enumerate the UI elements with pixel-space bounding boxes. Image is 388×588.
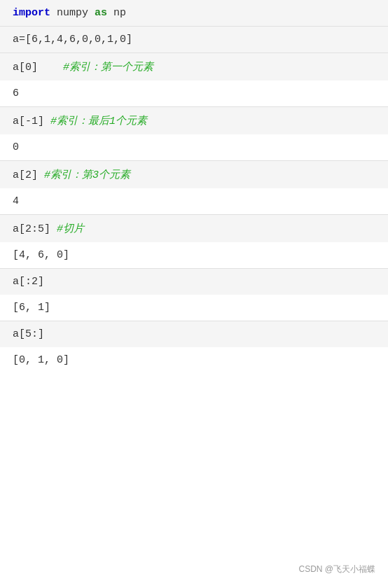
index2-comment: #索引：第3个元素 xyxy=(44,169,130,181)
slice-to2-array: a[:2] xyxy=(13,276,44,288)
slice-from5-output-block: [0, 1, 0] xyxy=(0,347,388,373)
slice25-comment: #切片 xyxy=(57,223,84,235)
watermark: CSDN @飞天小福蝶 xyxy=(298,564,375,575)
np-text: np xyxy=(113,7,126,19)
numpy-text: numpy xyxy=(57,7,95,19)
slice25-code-block: a[2:5] #切片 xyxy=(0,215,388,242)
slice-from5-output: [0, 1, 0] xyxy=(13,354,69,366)
index0-array: a[0] xyxy=(13,62,38,74)
slice-to2-output-block: [6, 1] xyxy=(0,295,388,321)
import-keyword: import xyxy=(13,7,50,19)
index-neg1-output: 0 xyxy=(13,141,19,153)
index-neg1-output-block: 0 xyxy=(0,134,388,160)
index2-code-block: a[2] #索引：第3个元素 xyxy=(0,161,388,188)
index2-output: 4 xyxy=(13,195,19,207)
slice-from5-code-block: a[5:] xyxy=(0,321,388,347)
array-def-text: a=[6,1,4,6,0,0,1,0] xyxy=(13,34,132,46)
index-neg1-comment: #索引：最后1个元素 xyxy=(50,115,147,127)
index2-output-block: 4 xyxy=(0,188,388,214)
array-def-block: a=[6,1,4,6,0,0,1,0] xyxy=(0,27,388,52)
index0-code-block: a[0] #索引：第一个元素 xyxy=(0,53,388,80)
index0-output: 6 xyxy=(13,88,19,99)
index0-output-block: 6 xyxy=(0,80,388,106)
import-block: import numpy as np xyxy=(0,0,388,26)
as-keyword: as xyxy=(95,7,107,19)
slice25-array: a[2:5] xyxy=(13,223,50,235)
index-neg1-code-block: a[-1] #索引：最后1个元素 xyxy=(0,107,388,134)
slice25-output-block: [4, 6, 0] xyxy=(0,242,388,268)
index-neg1-array: a[-1] xyxy=(13,115,44,127)
index2-array: a[2] xyxy=(13,169,38,181)
slice-to2-code-block: a[:2] xyxy=(0,269,388,295)
index0-comment: #索引：第一个元素 xyxy=(63,62,153,74)
slice-from5-array: a[5:] xyxy=(13,328,44,340)
index0-space xyxy=(44,62,57,74)
slice25-output: [4, 6, 0] xyxy=(13,249,69,261)
slice-to2-output: [6, 1] xyxy=(13,302,50,314)
